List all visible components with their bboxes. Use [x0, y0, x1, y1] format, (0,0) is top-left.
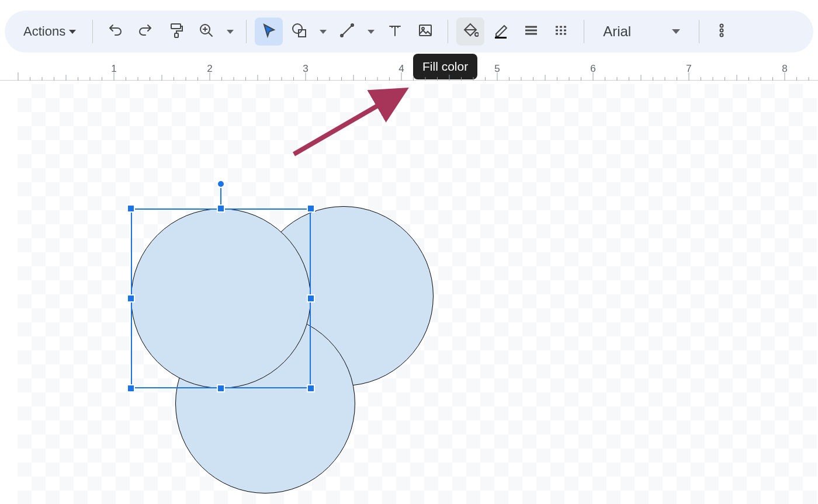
- selection-handle[interactable]: [217, 384, 225, 392]
- border-dash-button[interactable]: [547, 18, 576, 46]
- toolbar: ActionsArial: [5, 11, 813, 53]
- drawing-canvas[interactable]: [18, 84, 817, 504]
- actions-menu[interactable]: Actions: [15, 18, 84, 46]
- horizontal-ruler: 12345678: [0, 61, 818, 81]
- border-weight-button[interactable]: [517, 18, 545, 46]
- selection-handle[interactable]: [307, 204, 315, 213]
- redo-button[interactable]: [131, 18, 160, 46]
- selection-handle[interactable]: [127, 204, 135, 213]
- fill-color-button[interactable]: [456, 18, 484, 46]
- paint-format-button[interactable]: [162, 18, 190, 46]
- line-tool-dropdown[interactable]: [363, 18, 379, 46]
- zoom-button[interactable]: [192, 18, 220, 46]
- textbox-icon: [387, 22, 403, 41]
- selection-handle[interactable]: [307, 384, 315, 392]
- image-icon: [417, 22, 434, 41]
- selection-handle[interactable]: [307, 294, 315, 303]
- toolbar-separator: [246, 20, 247, 43]
- toolbar-separator: [448, 20, 448, 43]
- line-icon: [339, 22, 355, 41]
- image-tool[interactable]: [411, 18, 439, 46]
- dropdown-caret-icon: [320, 30, 327, 34]
- shape-tool[interactable]: [285, 18, 313, 46]
- rotation-handle[interactable]: [217, 180, 225, 188]
- zoom-button-dropdown[interactable]: [223, 18, 238, 46]
- line-tool[interactable]: [333, 18, 361, 46]
- zoom-icon: [198, 22, 214, 41]
- font-name-label: Arial: [603, 23, 631, 40]
- toolbar-separator: [92, 20, 93, 43]
- selection-handle[interactable]: [217, 204, 225, 213]
- actions-label: Actions: [23, 24, 65, 39]
- redo-icon: [137, 22, 154, 41]
- dropdown-caret-icon: [368, 30, 375, 34]
- shape-icon: [291, 22, 307, 41]
- pencil-underline-icon: [493, 22, 509, 41]
- circle-left-selected[interactable]: [131, 208, 311, 388]
- paintroller-icon: [168, 22, 184, 41]
- fill-icon: [462, 22, 479, 41]
- more-icon: [713, 22, 730, 41]
- cursor-icon: [261, 22, 277, 41]
- shape-tool-dropdown[interactable]: [316, 18, 331, 46]
- selection-handle[interactable]: [127, 384, 135, 392]
- toolbar-separator: [584, 20, 584, 43]
- selection-handle[interactable]: [127, 294, 135, 303]
- lines-dashed-icon: [553, 22, 570, 41]
- font-picker[interactable]: Arial: [592, 18, 691, 46]
- more-button[interactable]: [708, 18, 736, 46]
- dropdown-caret-icon: [69, 30, 76, 34]
- textbox-tool[interactable]: [381, 18, 409, 46]
- undo-button[interactable]: [101, 18, 129, 46]
- border-color-button[interactable]: [487, 18, 515, 46]
- select-tool[interactable]: [255, 18, 283, 46]
- dropdown-caret-icon: [227, 30, 234, 34]
- lines-solid-icon: [523, 22, 539, 41]
- toolbar-separator: [699, 20, 699, 43]
- undo-icon: [107, 22, 123, 41]
- dropdown-caret-icon: [672, 29, 680, 34]
